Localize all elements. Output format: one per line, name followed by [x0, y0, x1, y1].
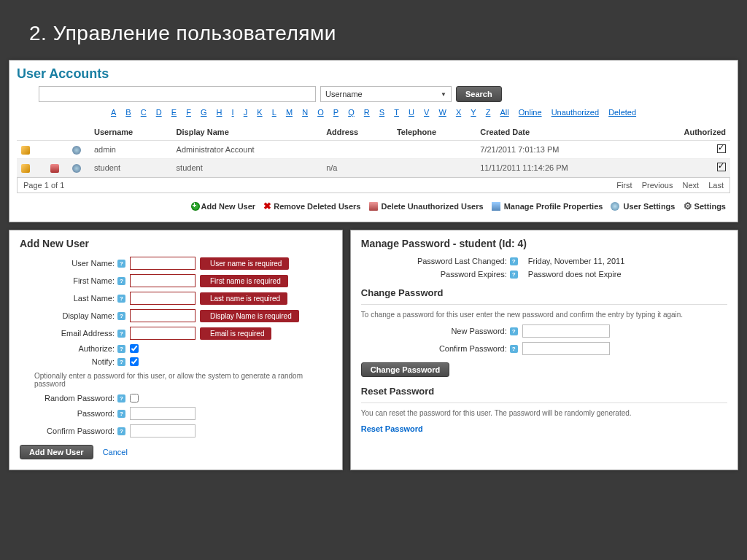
alpha-link[interactable]: A	[111, 108, 116, 117]
search-input[interactable]	[39, 86, 316, 102]
alpha-link[interactable]: Online	[519, 108, 542, 117]
authorize-checkbox[interactable]	[130, 344, 139, 353]
notify-label: Notify:	[20, 357, 115, 366]
edit-icon[interactable]	[21, 164, 30, 173]
user-settings-action[interactable]: User Settings	[611, 202, 675, 211]
col-telephone: Telephone	[392, 124, 476, 141]
trash-icon	[369, 202, 378, 211]
username-input[interactable]	[130, 257, 196, 270]
add-user-button[interactable]: Add New User	[20, 445, 93, 459]
alpha-link[interactable]: All	[500, 108, 509, 117]
add-new-user-action[interactable]: Add New User	[191, 202, 256, 211]
col-display: Display Name	[172, 124, 322, 141]
gear-icon: ⚙	[684, 201, 692, 211]
username-error: User name is required	[200, 257, 289, 270]
alpha-link[interactable]: H	[217, 108, 222, 117]
password-input[interactable]	[130, 407, 196, 420]
manage-profile-action[interactable]: Manage Profile Properties	[492, 202, 603, 211]
change-password-heading: Change Password	[361, 287, 727, 298]
alpha-link[interactable]: U	[409, 108, 414, 117]
delete-icon[interactable]	[50, 164, 59, 173]
help-icon[interactable]: ?	[510, 257, 518, 265]
alpha-link[interactable]: F	[186, 108, 191, 117]
alpha-link[interactable]: B	[125, 108, 131, 117]
alpha-link[interactable]: Q	[348, 108, 355, 117]
help-icon[interactable]: ?	[510, 271, 518, 279]
pager-last[interactable]: Last	[708, 181, 724, 190]
help-icon[interactable]: ?	[510, 327, 518, 335]
search-field-dropdown[interactable]: Username ▼	[320, 86, 452, 102]
settings-action[interactable]: ⚙ Settings	[684, 202, 726, 211]
change-password-button[interactable]: Change Password	[361, 362, 449, 377]
lastname-label: Last Name:	[20, 294, 115, 303]
col-created: Created Date	[476, 124, 643, 141]
alpha-link[interactable]: I	[232, 108, 234, 117]
email-input[interactable]	[130, 327, 196, 340]
pager-prev[interactable]: Previous	[642, 181, 673, 190]
firstname-label: First Name:	[20, 276, 115, 285]
alpha-link[interactable]: K	[257, 108, 262, 117]
alpha-link[interactable]: Unauthorized	[551, 108, 599, 117]
search-bar: Username ▼ Search	[39, 86, 708, 102]
expires-label: Password Expires:	[361, 270, 507, 279]
username-label: User Name:	[20, 259, 115, 268]
alpha-link[interactable]: L	[272, 108, 276, 117]
alpha-link[interactable]: Z	[486, 108, 491, 117]
alpha-link[interactable]: M	[286, 108, 293, 117]
help-icon[interactable]: ?	[117, 394, 125, 402]
alpha-link[interactable]: G	[201, 108, 207, 117]
help-icon[interactable]: ?	[117, 427, 125, 435]
alpha-link[interactable]: O	[317, 108, 324, 117]
help-icon[interactable]: ?	[117, 277, 125, 285]
displayname-input[interactable]	[130, 309, 196, 322]
edit-icon[interactable]	[21, 146, 30, 155]
cancel-link[interactable]: Cancel	[103, 448, 128, 456]
alpha-link[interactable]: D	[156, 108, 162, 117]
help-icon[interactable]: ?	[117, 312, 125, 320]
new-pw-input[interactable]	[522, 324, 610, 338]
displayname-label: Display Name:	[20, 311, 115, 320]
help-icon[interactable]: ?	[117, 260, 125, 268]
confirm-pw-input[interactable]	[130, 424, 196, 438]
cell-username: student	[90, 159, 172, 177]
delete-unauthorized-action[interactable]: Delete Unauthorized Users	[369, 202, 484, 211]
alpha-link[interactable]: N	[302, 108, 308, 117]
alpha-link[interactable]: V	[424, 108, 429, 117]
alpha-link[interactable]: R	[364, 108, 370, 117]
pager-first[interactable]: First	[616, 181, 632, 190]
roles-icon[interactable]	[72, 146, 81, 155]
help-icon[interactable]: ?	[510, 345, 518, 353]
roles-icon[interactable]	[72, 164, 81, 173]
help-icon[interactable]: ?	[117, 330, 125, 338]
help-icon[interactable]: ?	[117, 358, 125, 366]
firstname-input[interactable]	[130, 274, 196, 287]
alpha-link[interactable]: S	[379, 108, 384, 117]
cell-telephone	[392, 141, 476, 159]
alpha-link[interactable]: E	[171, 108, 177, 117]
cell-created: 11/11/2011 11:14:26 PM	[476, 159, 643, 177]
notify-checkbox[interactable]	[130, 357, 139, 366]
alpha-link[interactable]: W	[438, 108, 446, 117]
x-icon: ✖	[263, 201, 271, 211]
alpha-link[interactable]: T	[394, 108, 399, 117]
search-button[interactable]: Search	[456, 86, 502, 102]
authorized-checkbox	[717, 144, 726, 153]
alpha-link[interactable]: Y	[471, 108, 476, 117]
random-pw-checkbox[interactable]	[130, 394, 139, 402]
alpha-link[interactable]: Deleted	[608, 108, 636, 117]
users-table: Username Display Name Address Telephone …	[17, 124, 730, 177]
random-pw-label: Random Password:	[20, 394, 115, 402]
email-label: Email Address:	[20, 329, 115, 338]
reset-password-link[interactable]: Reset Password	[361, 424, 423, 433]
alpha-link[interactable]: C	[141, 108, 147, 117]
alpha-link[interactable]: X	[456, 108, 461, 117]
help-icon[interactable]: ?	[117, 345, 125, 353]
pager-next[interactable]: Next	[683, 181, 700, 190]
alpha-link[interactable]: J	[244, 108, 248, 117]
confirm-new-pw-input[interactable]	[522, 342, 610, 355]
lastname-input[interactable]	[130, 292, 196, 305]
help-icon[interactable]: ?	[117, 410, 125, 418]
help-icon[interactable]: ?	[117, 295, 125, 303]
alpha-link[interactable]: P	[333, 108, 338, 117]
remove-deleted-action[interactable]: ✖ Remove Deleted Users	[263, 202, 360, 211]
